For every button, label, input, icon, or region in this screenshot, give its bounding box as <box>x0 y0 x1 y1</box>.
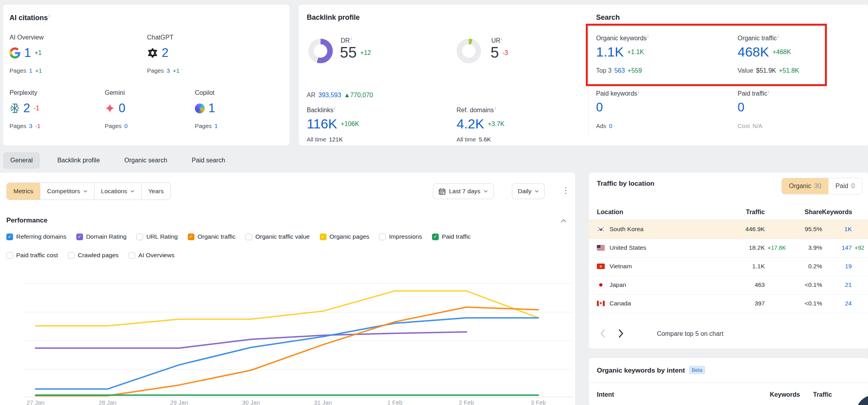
info-icon[interactable]: i <box>501 36 502 41</box>
years-button[interactable]: Years <box>141 183 170 200</box>
date-range-dropdown[interactable]: Last 7 days <box>433 183 494 199</box>
checkbox-icon[interactable] <box>245 234 252 240</box>
prev-page-chevron-icon[interactable] <box>600 329 606 339</box>
table-row-vietnam[interactable]: Vietnam 1.1K 0.2% 19 <box>589 257 868 276</box>
backlinks-value[interactable]: 116K <box>307 116 337 132</box>
paid-traffic-value[interactable]: 0 <box>738 100 744 115</box>
checkbox-icon[interactable] <box>136 234 143 240</box>
info-icon[interactable]: i <box>351 36 351 41</box>
keywords-value[interactable]: 19 <box>826 263 852 270</box>
checkbox-icon[interactable]: ✓ <box>320 234 326 240</box>
tab-paid-search[interactable]: Paid search <box>185 152 232 169</box>
tab-general[interactable]: General <box>3 152 40 169</box>
info-icon[interactable]: i <box>638 89 639 94</box>
dr-delta: +12 <box>360 49 371 57</box>
gemini-value[interactable]: 0 <box>119 101 125 115</box>
tab-backlink-profile[interactable]: Backlink profile <box>50 152 107 169</box>
checkbox-paid-traffic[interactable]: ✓Paid traffic <box>432 233 471 240</box>
col-header-intent[interactable]: Intent <box>597 391 614 398</box>
granularity-dropdown[interactable]: Daily <box>512 183 545 199</box>
flag-united-states-icon <box>597 245 605 251</box>
info-icon[interactable]: i <box>49 13 49 18</box>
checkbox-paid-traffic-cost[interactable]: Paid traffic cost <box>6 252 58 259</box>
info-icon[interactable]: i <box>768 89 769 94</box>
date-range-label: Last 7 days <box>449 188 480 195</box>
cost-label: Cost <box>738 122 750 129</box>
paid-keywords-value[interactable]: 0 <box>596 100 603 115</box>
checkbox-ai-overviews[interactable]: AI Overviews <box>128 252 174 259</box>
location-name[interactable]: Vietnam <box>609 263 632 270</box>
ar-value[interactable]: 393,593 <box>318 92 341 99</box>
ads-row: Ads 0 <box>596 122 612 129</box>
info-icon[interactable]: i <box>494 106 495 111</box>
keywords-value[interactable]: 147 <box>826 244 852 251</box>
checkbox-icon[interactable] <box>68 252 75 259</box>
toggle-organic[interactable]: Organic30 <box>782 178 828 194</box>
checkbox-organic-traffic[interactable]: ✓Organic traffic <box>188 233 236 240</box>
location-name[interactable]: Japan <box>609 281 626 288</box>
info-icon[interactable]: i <box>334 106 335 111</box>
checkbox-icon[interactable]: ✓ <box>76 234 83 240</box>
section-title-text: Search <box>596 13 620 21</box>
checkbox-icon[interactable]: ✓ <box>6 234 13 240</box>
keywords-value[interactable]: 24 <box>826 300 852 307</box>
chatgpt-label: ChatGPT <box>147 34 174 41</box>
checkbox-organic-traffic-value[interactable]: Organic traffic value <box>245 233 310 240</box>
pages-value[interactable]: 1 <box>215 122 218 129</box>
table-row-united-states[interactable]: United States 18.2K +17.8K 3.9% 147 +92 <box>589 239 868 258</box>
x-tick-label: 28 Jan <box>92 399 123 405</box>
chatgpt-value[interactable]: 2 <box>162 46 168 60</box>
location-name[interactable]: South Korea <box>609 226 643 233</box>
tab-organic-search[interactable]: Organic search <box>117 152 175 169</box>
checkbox-impressions[interactable]: Impressions <box>379 233 422 240</box>
keywords-value[interactable]: 1K <box>826 226 852 233</box>
pages-delta: -1 <box>35 122 40 129</box>
location-name[interactable]: Canada <box>609 300 631 307</box>
collapse-chevron-icon[interactable] <box>560 217 567 224</box>
checkbox-icon[interactable] <box>6 252 13 259</box>
copilot-value[interactable]: 1 <box>208 101 215 115</box>
more-options-kebab-icon[interactable]: ⋮ <box>562 186 570 195</box>
locations-button[interactable]: Locations <box>94 183 141 200</box>
report-tabs: General Backlink profile Organic search … <box>3 152 232 169</box>
ai-citations-card <box>3 5 289 145</box>
ads-value[interactable]: 0 <box>609 122 612 129</box>
next-page-chevron-icon[interactable] <box>618 329 624 339</box>
checkbox-referring-domains[interactable]: ✓Referring domains <box>6 233 66 240</box>
perplexity-value[interactable]: 2 <box>23 101 30 115</box>
checkbox-icon[interactable]: ✓ <box>432 234 439 240</box>
checkbox-label: Crawled pages <box>78 252 119 259</box>
col-header-traffic[interactable]: Traffic <box>684 209 765 216</box>
pages-value[interactable]: 1 <box>29 67 32 74</box>
col-header-location[interactable]: Location <box>597 209 623 216</box>
checkbox-label: Paid traffic <box>442 233 471 240</box>
ai-overview-value[interactable]: 1 <box>24 46 31 60</box>
ref-domains-value[interactable]: 4.2K <box>457 116 484 132</box>
table-row-japan[interactable]: Japan 463 <0.1% 21 <box>589 276 868 295</box>
col-header-intent-traffic[interactable]: Traffic <box>802 391 832 398</box>
col-header-intent-keywords[interactable]: Keywords <box>743 391 800 398</box>
performance-line-chart[interactable] <box>24 261 577 399</box>
competitors-button[interactable]: Competitors <box>40 183 94 200</box>
keywords-value[interactable]: 21 <box>826 281 852 288</box>
checkbox-icon[interactable]: ✓ <box>188 234 194 240</box>
checkbox-url-rating[interactable]: URL Rating <box>136 233 178 240</box>
compare-top5-link[interactable]: Compare top 5 on chart <box>657 330 723 337</box>
checkbox-organic-pages[interactable]: ✓Organic pages <box>320 233 370 240</box>
all-time-label: All time <box>307 136 326 143</box>
checkbox-domain-rating[interactable]: ✓Domain Rating <box>76 233 127 240</box>
table-row-south-korea[interactable]: South Korea 446.9K 95.5% 1K <box>589 220 868 239</box>
checkbox-icon[interactable] <box>128 252 135 259</box>
toggle-paid[interactable]: Paid0 <box>828 178 862 194</box>
pages-value[interactable]: 3 <box>167 67 170 74</box>
chevron-down-icon <box>535 190 539 192</box>
pages-label: Pages <box>9 122 26 129</box>
checkbox-crawled-pages[interactable]: Crawled pages <box>68 252 119 259</box>
col-header-keywords[interactable]: Keywords <box>814 209 852 216</box>
location-name[interactable]: United States <box>609 244 646 251</box>
pages-value[interactable]: 0 <box>125 122 128 129</box>
metrics-button[interactable]: Metrics <box>7 183 40 200</box>
table-row-canada[interactable]: Canada 397 <0.1% 24 <box>589 294 868 313</box>
checkbox-icon[interactable] <box>379 234 386 240</box>
pages-value[interactable]: 3 <box>29 122 32 129</box>
